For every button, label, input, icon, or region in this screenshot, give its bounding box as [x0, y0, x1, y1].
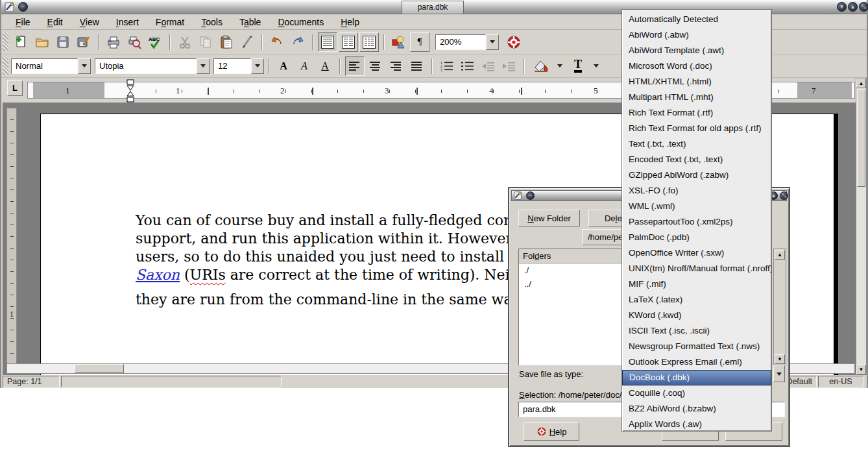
file-type-option[interactable]: PalmDoc (.pdb): [622, 230, 771, 245]
toolbar-grippy[interactable]: [3, 32, 8, 52]
tab-stop-selector[interactable]: L: [7, 80, 23, 96]
menu-documents[interactable]: Documents: [270, 16, 332, 29]
undo-button[interactable]: [267, 32, 287, 52]
scroll-up-icon[interactable]: ▲: [775, 250, 785, 260]
save-button[interactable]: [53, 32, 73, 52]
vertical-ruler[interactable]: 1: [6, 108, 17, 370]
menu-table[interactable]: Table: [232, 16, 269, 29]
vscroll-thumb[interactable]: [857, 90, 865, 187]
italic-button[interactable]: A: [295, 56, 314, 76]
files-list-scrollbar[interactable]: ▲ ▼: [773, 249, 786, 365]
maximize-icon[interactable]: ▴: [848, 2, 858, 12]
file-type-option[interactable]: Coquille (.coq): [622, 385, 771, 401]
highlight-color-button[interactable]: [529, 56, 553, 76]
file-type-option-selected[interactable]: DocBook (.dbk): [622, 370, 771, 385]
minimize-icon[interactable]: ▾: [837, 2, 847, 12]
redo-button[interactable]: [288, 32, 307, 52]
paste-button[interactable]: [217, 32, 236, 52]
scroll-down-icon[interactable]: ▼: [856, 365, 866, 374]
highlight-color-dropdown[interactable]: [554, 56, 566, 76]
open-file-button[interactable]: [32, 32, 52, 52]
file-type-option[interactable]: PassepartoutToo (.xml2ps): [622, 214, 771, 230]
menu-help[interactable]: Help: [333, 16, 367, 29]
vertical-scrollbar[interactable]: ▲ ▼: [856, 78, 867, 375]
font-size-dropdown-arrow[interactable]: [251, 58, 264, 74]
file-type-option[interactable]: Multipart HTML (.mht): [622, 90, 771, 105]
align-left-button[interactable]: [345, 56, 365, 76]
spellcheck-button[interactable]: ABC: [145, 32, 165, 52]
new-folder-button[interactable]: New Folder: [518, 210, 580, 226]
font-size-value[interactable]: 12: [213, 58, 251, 74]
increase-indent-button[interactable]: [500, 56, 519, 76]
folder-item[interactable]: ./: [519, 263, 625, 277]
zoom-dropdown-arrow[interactable]: [486, 34, 499, 50]
file-type-option[interactable]: WML (.wml): [622, 199, 771, 214]
file-type-option[interactable]: UNIX(tm) Nroff/Manual format (.nroff): [622, 261, 771, 276]
zoom-value[interactable]: 200%: [435, 34, 486, 50]
file-type-option[interactable]: ISCII Text (.isc, .iscii): [622, 323, 771, 339]
font-color-dropdown[interactable]: [590, 56, 602, 76]
insert-symbol-button[interactable]: [389, 32, 409, 52]
scroll-down-icon[interactable]: ▼: [775, 354, 785, 364]
align-justify-button[interactable]: [407, 56, 427, 76]
save-as-button[interactable]: [74, 32, 93, 52]
file-type-option[interactable]: GZipped AbiWord (.zabw): [622, 167, 771, 183]
style-dropdown-arrow[interactable]: [78, 58, 91, 74]
file-type-option[interactable]: Automatically Detected: [622, 12, 771, 27]
scroll-up-icon[interactable]: ▲: [856, 79, 866, 88]
file-type-option[interactable]: KWord (.kwd): [622, 308, 771, 323]
close-icon[interactable]: ⤡: [780, 191, 788, 200]
underline-button[interactable]: A: [315, 56, 335, 76]
file-type-option[interactable]: LaTeX (.latex): [622, 292, 771, 308]
dialog-help-button[interactable]: Help: [524, 422, 579, 441]
menu-insert[interactable]: Insert: [108, 16, 147, 29]
menu-view[interactable]: View: [72, 16, 107, 29]
view-normal-layout-button[interactable]: [318, 32, 337, 52]
font-value[interactable]: Utopia: [95, 58, 197, 74]
print-preview-button[interactable]: [125, 32, 144, 52]
numbered-list-button[interactable]: 123: [437, 56, 457, 76]
font-combo[interactable]: Utopia: [95, 58, 210, 74]
bold-button[interactable]: A: [274, 56, 293, 76]
file-type-option[interactable]: AbiWord (.abw): [622, 27, 771, 43]
window-menu-button[interactable]: −: [526, 191, 535, 200]
file-type-option[interactable]: BZ2 AbiWord (.bzabw): [622, 401, 771, 417]
new-document-button[interactable]: [12, 32, 31, 52]
font-color-button[interactable]: T: [567, 56, 589, 76]
menu-tools[interactable]: Tools: [193, 16, 230, 29]
file-type-option[interactable]: Rich Text Format for old apps (.rtf): [622, 121, 771, 136]
file-type-option[interactable]: Encoded Text (.txt, .text): [622, 152, 771, 167]
view-print-layout-button[interactable]: [359, 32, 379, 52]
folders-list[interactable]: Folders ./../: [518, 249, 626, 365]
toolbar-grippy[interactable]: [3, 57, 8, 75]
window-menu-button[interactable]: −: [18, 2, 28, 12]
decrease-indent-button[interactable]: [479, 56, 498, 76]
format-painter-button[interactable]: [237, 32, 257, 52]
misspelled-word[interactable]: URIs: [190, 267, 226, 283]
copy-button[interactable]: [196, 32, 215, 52]
menu-format[interactable]: Format: [148, 16, 192, 29]
file-type-option[interactable]: XSL-FO (.fo): [622, 183, 771, 199]
file-type-option[interactable]: Newsgroup Formatted Text (.nws): [622, 339, 771, 354]
view-web-layout-button[interactable]: [339, 32, 358, 52]
folder-item[interactable]: ../: [519, 277, 625, 291]
close-icon[interactable]: ⤡: [859, 2, 868, 12]
file-type-option[interactable]: Microsoft Word (.doc): [622, 58, 771, 74]
style-combo[interactable]: Normal: [11, 58, 91, 74]
file-type-option[interactable]: Outlook Express Email (.eml): [622, 354, 771, 370]
file-type-option[interactable]: Rich Text Format (.rtf): [622, 105, 771, 121]
file-type-option[interactable]: AbiWord Template (.awt): [622, 43, 771, 58]
indent-marker[interactable]: [125, 79, 136, 103]
hyperlink[interactable]: Saxon: [136, 267, 180, 283]
file-type-option[interactable]: HTML/XHTML (.html): [622, 74, 771, 90]
font-size-combo[interactable]: 12: [213, 58, 264, 74]
font-dropdown-arrow[interactable]: [197, 58, 210, 74]
language-indicator[interactable]: en-US: [818, 376, 863, 387]
save-type-dropdown-arrow[interactable]: [773, 365, 785, 382]
style-value[interactable]: Normal: [11, 58, 78, 74]
hscroll-thumb[interactable]: [75, 364, 124, 373]
align-center-button[interactable]: [366, 56, 385, 76]
show-formatting-marks-button[interactable]: ¶: [410, 32, 429, 52]
print-button[interactable]: [104, 32, 123, 52]
menu-edit[interactable]: Edit: [40, 16, 71, 29]
